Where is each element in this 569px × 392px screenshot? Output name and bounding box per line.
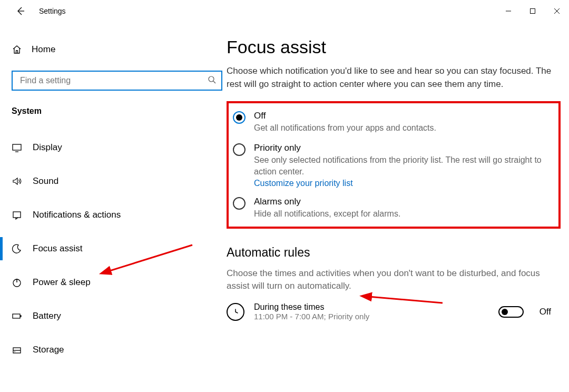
radio-description: See only selected notifications from the… (254, 154, 554, 178)
search-input-wrapper[interactable] (12, 71, 222, 91)
sidebar-item-label: Power & sleep (33, 277, 91, 288)
sidebar-item-battery[interactable]: Battery (0, 299, 227, 333)
home-label: Home (32, 44, 55, 55)
rule-toggle-state: Off (539, 307, 551, 317)
radio-label: Alarms only (254, 197, 554, 207)
radio-button[interactable] (233, 111, 246, 124)
sidebar-item-label: Display (33, 142, 62, 153)
svg-rect-5 (13, 314, 20, 318)
sidebar-item-label: Notifications & actions (33, 210, 121, 220)
sidebar-item-focus-assist[interactable]: Focus assist (0, 232, 227, 266)
automatic-rules-description: Choose the times and activities when you… (227, 267, 564, 292)
window-title: Settings (39, 7, 66, 15)
sidebar-item-label: Storage (33, 345, 64, 355)
radio-option-priority-only[interactable]: Priority only See only selected notifica… (233, 143, 554, 189)
minimize-button[interactable] (496, 3, 521, 19)
page-title: Focus assist (227, 37, 564, 57)
svg-rect-3 (13, 212, 21, 218)
svg-rect-0 (531, 9, 535, 14)
radio-description: Hide all notifications, except for alarm… (254, 208, 554, 220)
notifications-icon (12, 210, 22, 220)
power-icon (12, 277, 22, 288)
sidebar-item-label: Sound (33, 176, 58, 187)
sidebar-item-power[interactable]: Power & sleep (0, 266, 227, 299)
search-input[interactable] (20, 76, 208, 85)
search-icon (208, 75, 216, 86)
automatic-rules-title: Automatic rules (227, 246, 564, 260)
sidebar-item-storage[interactable]: Storage (0, 333, 227, 367)
automatic-rule-during-these-times[interactable]: During these times 11:00 PM - 7:00 AM; P… (227, 302, 564, 321)
radio-option-off[interactable]: Off Get all notifications from your apps… (233, 111, 554, 134)
svg-point-8 (14, 351, 15, 352)
rule-subtitle: 11:00 PM - 7:00 AM; Priority only (254, 312, 489, 321)
svg-rect-2 (13, 144, 21, 150)
storage-icon (12, 345, 22, 355)
category-header: System (12, 106, 227, 116)
radio-option-alarms-only[interactable]: Alarms only Hide all notifications, exce… (233, 197, 554, 220)
battery-icon (12, 311, 22, 321)
radio-label: Priority only (254, 143, 554, 153)
radio-button[interactable] (233, 197, 246, 210)
sidebar: Home System Display Sound (0, 22, 227, 392)
nav-list: Display Sound Notifications & actions Fo… (0, 131, 227, 367)
rule-title: During these times (254, 302, 489, 312)
svg-rect-6 (21, 315, 22, 317)
arrow-left-icon (15, 6, 25, 16)
customize-priority-link[interactable]: Customize your priority list (254, 179, 554, 188)
radio-description: Get all notifications from your apps and… (254, 122, 554, 134)
titlebar: Settings (0, 0, 569, 22)
svg-point-1 (209, 76, 214, 82)
sidebar-item-label: Battery (33, 311, 61, 321)
clock-icon (227, 303, 244, 321)
display-icon (12, 142, 22, 153)
sidebar-item-home[interactable]: Home (12, 38, 227, 61)
content-pane: Focus assist Choose which notification y… (227, 22, 569, 392)
page-description: Choose which notification you'd like to … (227, 65, 564, 91)
moon-icon (12, 243, 22, 254)
back-button[interactable] (12, 3, 28, 19)
rule-toggle[interactable] (498, 306, 524, 318)
close-button[interactable] (545, 3, 569, 19)
sidebar-item-label: Focus assist (33, 243, 82, 254)
sidebar-item-sound[interactable]: Sound (0, 164, 227, 198)
sound-icon (12, 176, 22, 187)
radio-label: Off (254, 111, 554, 121)
sidebar-item-notifications[interactable]: Notifications & actions (0, 198, 227, 232)
sidebar-item-display[interactable]: Display (0, 131, 227, 164)
radio-button[interactable] (233, 143, 246, 156)
focus-assist-mode-group: Off Get all notifications from your apps… (227, 101, 561, 229)
home-icon (12, 44, 22, 55)
maximize-button[interactable] (521, 3, 545, 19)
